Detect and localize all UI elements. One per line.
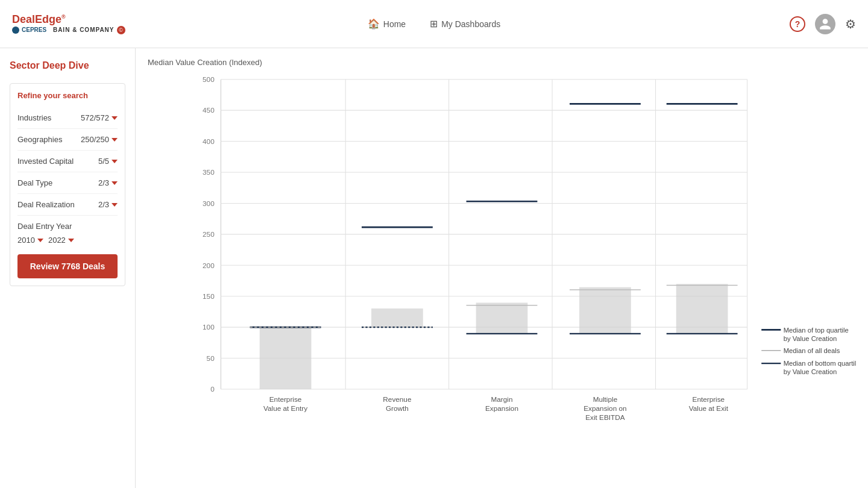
logo-dealedge: DealEdge® (12, 13, 125, 27)
svg-text:450: 450 (203, 106, 215, 114)
main-layout: Sector Deep Dive Refine your search Indu… (0, 48, 868, 488)
avatar-icon (819, 17, 832, 31)
year-from-chevron-icon[interactable] (37, 239, 43, 242)
svg-text:Median of bottom quartile: Median of bottom quartile (784, 360, 856, 367)
bain-circle-icon: © (117, 26, 125, 34)
year-from-value: 2010 (17, 236, 35, 245)
refine-title: Refine your search (17, 91, 118, 100)
logo-cepres: CEPRES (22, 27, 46, 34)
home-icon: 🏠 (368, 18, 380, 30)
deal-realization-filter-icon[interactable] (112, 203, 118, 207)
bar-margin-exp (467, 201, 538, 334)
bar-multiple-exp (570, 104, 641, 333)
chart-svg: 500 450 400 350 300 250 (148, 73, 856, 434)
svg-rect-39 (579, 287, 631, 334)
filter-row-deal-realization: Deal Realization 2/3 (17, 194, 118, 216)
logo-separator (49, 27, 51, 34)
svg-text:400: 400 (203, 137, 215, 145)
svg-text:Enterprise: Enterprise (269, 395, 302, 403)
filter-label-geographies: Geographies (17, 135, 62, 144)
svg-rect-31 (371, 308, 423, 327)
geographies-value: 250/250 (81, 135, 109, 144)
svg-text:Growth: Growth (386, 404, 409, 412)
deal-entry-year-section: Deal Entry Year 2010 2022 (17, 216, 118, 245)
filter-label-invested-capital: Invested Capital (17, 157, 74, 166)
deal-type-filter-icon[interactable] (112, 181, 118, 185)
svg-text:Expansion on: Expansion on (583, 404, 626, 412)
dashboards-label: My Dashboards (441, 19, 500, 29)
user-avatar[interactable] (815, 14, 835, 34)
header-nav: 🏠 Home ⊞ My Dashboards (368, 18, 500, 30)
invested-capital-chevron-icon[interactable] (112, 160, 118, 163)
svg-text:Expansion: Expansion (485, 404, 518, 412)
filter-value-geographies[interactable]: 250/250 (81, 135, 118, 144)
svg-text:Value at Entry: Value at Entry (263, 404, 307, 412)
filter-row-geographies: Geographies 250/250 (17, 129, 118, 151)
help-icon: ? (795, 19, 800, 29)
geographies-chevron-icon[interactable] (112, 138, 118, 142)
svg-text:100: 100 (203, 323, 215, 331)
logo-main-text: DealEdge (12, 13, 61, 25)
filter-row-invested-capital: Invested Capital 5/5 (17, 151, 118, 172)
filter-value-invested-capital[interactable]: 5/5 (98, 157, 118, 166)
x-axis-labels: Enterprise Value at Entry Revenue Growth… (263, 395, 729, 421)
svg-text:Revenue: Revenue (383, 395, 412, 403)
filter-value-deal-realization[interactable]: 2/3 (98, 200, 118, 209)
logo-sub: CEPRES BAIN & COMPANY © (12, 26, 125, 34)
bar-ev-entry (250, 327, 321, 389)
cepres-dot-icon (12, 27, 19, 34)
bar-ev-exit (667, 104, 738, 333)
filter-value-deal-type[interactable]: 2/3 (98, 178, 118, 187)
logo-area: DealEdge® CEPRES BAIN & COMPANY © (12, 13, 125, 35)
chart-legend: Median of top quartile by Value Creation… (761, 327, 856, 376)
svg-text:150: 150 (203, 292, 215, 300)
nav-dashboards[interactable]: ⊞ My Dashboards (430, 18, 500, 30)
svg-text:by Value Creation: by Value Creation (784, 368, 837, 375)
svg-text:50: 50 (207, 354, 215, 362)
year-to-select[interactable]: 2022 (48, 236, 74, 245)
svg-rect-35 (476, 302, 528, 333)
deal-entry-year-label: Deal Entry Year (17, 222, 118, 231)
svg-text:Value at Exit: Value at Exit (689, 404, 729, 412)
review-deals-button[interactable]: Review 7768 Deals (17, 254, 118, 278)
year-from-select[interactable]: 2010 (17, 236, 43, 245)
year-to-chevron-icon[interactable] (68, 239, 74, 242)
settings-icon[interactable]: ⚙ (845, 17, 856, 31)
home-label: Home (383, 19, 406, 29)
header-right: ? ⚙ (790, 14, 856, 34)
help-button[interactable]: ? (790, 16, 805, 32)
filter-value-industries[interactable]: 572/572 (81, 113, 118, 122)
filter-row-deal-type: Deal Type 2/3 (17, 172, 118, 194)
svg-text:300: 300 (203, 199, 215, 207)
svg-text:Margin: Margin (491, 395, 513, 403)
filter-label-deal-type: Deal Type (17, 178, 52, 187)
chart-title: Median Value Creation (Indexed) (148, 58, 856, 67)
year-selectors: 2010 2022 (17, 236, 118, 245)
logo-sup: ® (61, 14, 66, 20)
svg-text:500: 500 (203, 75, 215, 83)
svg-text:Median of all deals: Median of all deals (784, 347, 840, 354)
industries-chevron-icon[interactable] (112, 116, 118, 120)
svg-text:Multiple: Multiple (593, 395, 618, 403)
svg-text:Exit EBITDA: Exit EBITDA (585, 413, 625, 421)
nav-home[interactable]: 🏠 Home (368, 18, 406, 30)
layers-icon: ⊞ (430, 18, 438, 30)
year-to-value: 2022 (48, 236, 66, 245)
svg-text:0: 0 (210, 385, 215, 393)
industries-value: 572/572 (81, 113, 109, 122)
svg-text:200: 200 (203, 261, 215, 269)
filter-label-industries: Industries (17, 113, 51, 122)
chart-container: 500 450 400 350 300 250 (148, 73, 856, 434)
chart-area: Median Value Creation (Indexed) 500 450 (136, 48, 868, 488)
deal-type-value: 2/3 (98, 178, 109, 187)
header: DealEdge® CEPRES BAIN & COMPANY © 🏠 Home… (0, 0, 868, 48)
svg-text:250: 250 (203, 230, 215, 238)
bar-rev-growth (362, 227, 433, 327)
svg-text:Median of top quartile: Median of top quartile (784, 327, 849, 334)
sidebar: Sector Deep Dive Refine your search Indu… (0, 48, 136, 488)
svg-text:Enterprise: Enterprise (693, 395, 725, 403)
filter-label-deal-realization: Deal Realization (17, 200, 75, 209)
logo-bain: BAIN & COMPANY (53, 27, 115, 34)
filter-row-industries: Industries 572/572 (17, 107, 118, 129)
svg-text:by Value Creation: by Value Creation (784, 335, 837, 342)
